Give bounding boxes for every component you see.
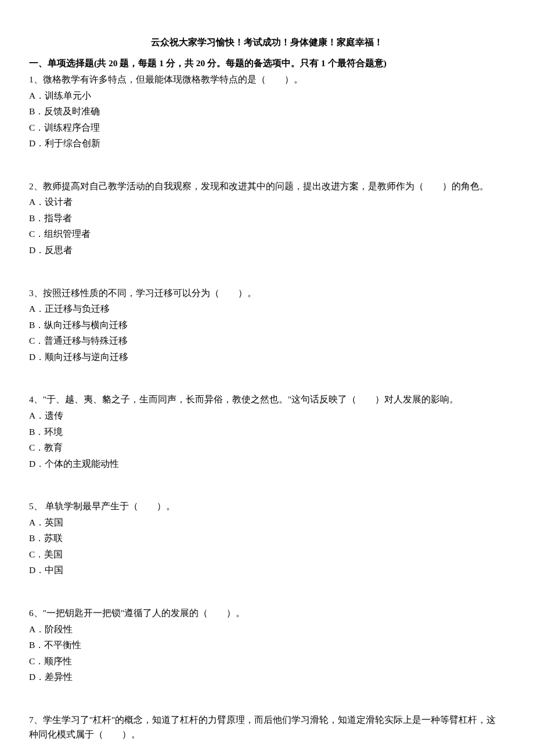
question-stem: 3、按照迁移性质的不同，学习迁移可以分为（ ）。: [29, 286, 505, 301]
question-option: D．顺向迁移与逆向迁移: [29, 350, 505, 365]
question-block: 4、"于、越、夷、貉之子，生而同声，长而异俗，教使之然也。"这句话反映了（ ）对…: [29, 392, 505, 471]
question-block: 2、教师提高对自己教学活动的自我观察，发现和改进其中的问题，提出改进方案，是教师…: [29, 179, 505, 258]
question-stem: 2、教师提高对自己教学活动的自我观察，发现和改进其中的问题，提出改进方案，是教师…: [29, 179, 505, 194]
question-option: C．组织管理者: [29, 226, 505, 242]
question-option: B．反馈及时准确: [29, 104, 505, 119]
question-option: C．教育: [29, 440, 505, 455]
question-block: 6、"一把钥匙开一把锁"遵循了人的发展的（ ）。 A．阶段性 B．不平衡性 C．…: [29, 606, 505, 685]
question-option: B．纵向迁移与横向迁移: [29, 318, 505, 333]
question-stem: 7、学生学习了"杠杆"的概念，知道了杠杆的力臂原理，而后他们学习滑轮，知道定滑轮…: [29, 712, 505, 742]
section-title: 一、单项选择题(共 20 题，每题 1 分，共 20 分。每题的备选项中。只有 …: [29, 56, 505, 71]
question-option: D．反思者: [29, 243, 505, 258]
question-option: A．训练单元小: [29, 88, 505, 103]
question-option: A．设计者: [29, 195, 505, 210]
question-stem: 5、 单轨学制最早产生于（ ）。: [29, 499, 505, 514]
question-block: 3、按照迁移性质的不同，学习迁移可以分为（ ）。 A．正迁移与负迁移 B．纵向迁…: [29, 286, 505, 365]
question-option: A．阶段性: [29, 622, 505, 637]
question-option: B．苏联: [29, 531, 505, 546]
question-option: B．环境: [29, 424, 505, 440]
question-option: C．顺序性: [29, 654, 505, 669]
page-header-title: 云众祝大家学习愉快！考试成功！身体健康！家庭幸福！: [29, 35, 505, 50]
question-option: C．普通迁移与特殊迁移: [29, 333, 505, 348]
question-block: 1、微格教学有许多特点，但最能体现微格教学特点的是（ ）。 A．训练单元小 B．…: [29, 72, 505, 151]
question-option: C．美国: [29, 547, 505, 562]
question-option: A．英国: [29, 515, 505, 530]
question-option: A．正迁移与负迁移: [29, 301, 505, 316]
question-stem: 6、"一把钥匙开一把锁"遵循了人的发展的（ ）。: [29, 606, 505, 621]
question-option: D．中国: [29, 563, 505, 578]
question-block: 5、 单轨学制最早产生于（ ）。 A．英国 B．苏联 C．美国 D．中国: [29, 499, 505, 578]
question-stem: 1、微格教学有许多特点，但最能体现微格教学特点的是（ ）。: [29, 72, 505, 87]
question-option: D．利于综合创新: [29, 136, 505, 151]
question-option: C．训练程序合理: [29, 120, 505, 135]
question-option: A．遗传: [29, 408, 505, 423]
question-option: B．不平衡性: [29, 638, 505, 653]
question-stem: 4、"于、越、夷、貉之子，生而同声，长而异俗，教使之然也。"这句话反映了（ ）对…: [29, 392, 505, 407]
footer-note: 以上内容来自云众教育网！免费交流、学习；共同走向美好明天！: [29, 754, 505, 756]
question-option: D．差异性: [29, 669, 505, 685]
question-block: 7、学生学习了"杠杆"的概念，知道了杠杆的力臂原理，而后他们学习滑轮，知道定滑轮…: [29, 712, 505, 742]
question-option: D．个体的主观能动性: [29, 456, 505, 471]
question-option: B．指导者: [29, 211, 505, 226]
